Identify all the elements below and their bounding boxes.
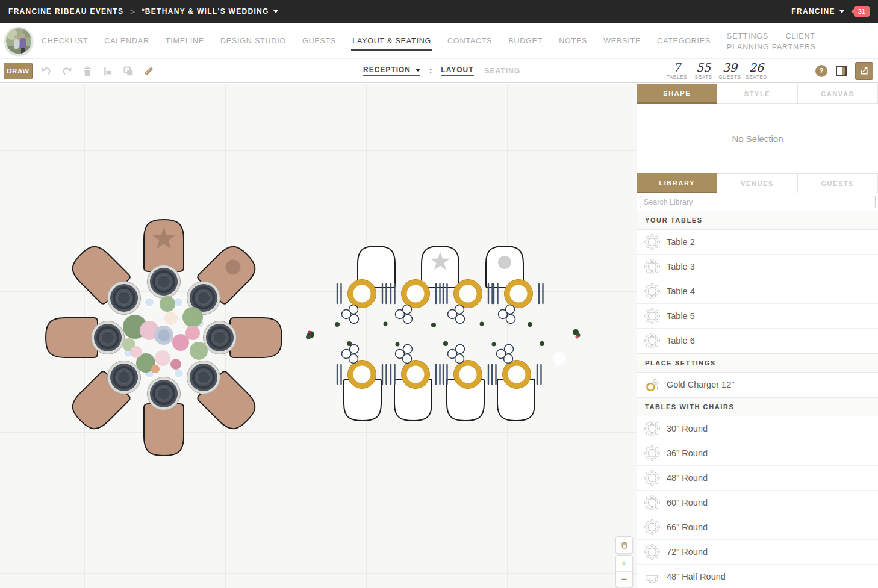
stat-seats: 55 SEATS — [690, 61, 717, 80]
stat-tables-label: TABLES — [664, 74, 690, 80]
library-item-table-6[interactable]: Table 6 — [637, 329, 878, 353]
tab-style[interactable]: STYLE — [717, 84, 797, 104]
stat-seated: 26 SEATED — [743, 61, 770, 80]
library-item-66-round[interactable]: 66" Round — [637, 515, 878, 540]
round-table-icon — [644, 470, 660, 486]
tab-shape[interactable]: SHAPE — [637, 84, 717, 104]
measure-button[interactable] — [142, 64, 155, 78]
tab-layout[interactable]: LAYOUT — [441, 66, 473, 76]
export-button[interactable] — [855, 62, 873, 80]
stat-seats-label: SEATS — [690, 74, 717, 80]
gold-charger-icon — [644, 377, 660, 392]
library-item-label: Table 6 — [667, 336, 695, 345]
panel-toggle-button[interactable] — [836, 66, 847, 76]
nav-item-layout-seating[interactable]: LAYOUT & SEATING — [352, 37, 431, 45]
round-table-icon — [644, 495, 660, 510]
round-table-icon — [644, 445, 660, 461]
copy-icon — [122, 65, 134, 77]
user-name: FRANCINE — [791, 7, 835, 16]
round-table-icon — [644, 333, 660, 348]
round-table-icon — [644, 259, 660, 274]
event-selector[interactable]: RECEPTION — [363, 66, 420, 76]
library-item-72-round[interactable]: 72" Round — [637, 540, 878, 565]
nav-item-calendar[interactable]: CALENDAR — [104, 37, 149, 45]
library-item-label: Table 2 — [667, 237, 695, 247]
floorplan-canvas[interactable]: + − — [0, 84, 637, 588]
library-item-table-5[interactable]: Table 5 — [637, 304, 878, 329]
library-item-label: Gold Charger 12" — [667, 380, 734, 389]
nav-item-categories[interactable]: CATEGORIES — [657, 37, 711, 45]
redo-button[interactable] — [60, 64, 73, 78]
undo-icon — [40, 65, 52, 77]
library-item-table-4[interactable]: Table 4 — [637, 279, 878, 304]
library-item-48-half-round[interactable]: 48" Half Round — [637, 565, 878, 588]
section-header-your-tables: YOUR TABLES — [637, 211, 878, 230]
delete-button[interactable] — [81, 64, 94, 78]
stat-seated-value: 26 — [743, 61, 770, 73]
nav-item-checklist[interactable]: CHECKLIST — [42, 37, 88, 45]
library-item-label: Table 3 — [667, 262, 695, 271]
library-item-label: 36" Round — [667, 448, 708, 458]
banquet-table[interactable] — [306, 246, 581, 421]
round-table-icon — [644, 421, 660, 436]
pan-hand-icon — [620, 540, 629, 550]
tab-seating[interactable]: SEATING — [485, 67, 520, 75]
export-icon — [859, 66, 869, 76]
nav-item-planning-partners[interactable]: PLANNING PARTNERS — [727, 43, 816, 51]
round-table-icon — [644, 308, 660, 324]
duplicate-button[interactable] — [122, 64, 135, 78]
align-icon — [102, 65, 114, 77]
pan-tool-button[interactable] — [615, 536, 633, 554]
nav-item-website[interactable]: WEBSITE — [603, 37, 641, 45]
layout-toolbar: DRAW — [0, 59, 878, 83]
library-item-label: 60" Round — [667, 498, 708, 507]
tab-canvas[interactable]: CANVAS — [797, 84, 878, 104]
section-header-tables-with-chairs: TABLES WITH CHAIRS — [637, 397, 878, 416]
library-item-table-2[interactable]: Table 2 — [637, 230, 878, 255]
trash-icon — [81, 65, 93, 77]
project-selector[interactable]: *BETHANY & WILL'S WEDDING — [142, 7, 278, 16]
undo-button[interactable] — [40, 64, 53, 78]
round-table-icon — [644, 283, 660, 299]
tab-guests[interactable]: GUESTS — [797, 173, 878, 193]
draw-button[interactable]: DRAW — [4, 63, 33, 79]
nav-item-client[interactable]: CLIENT — [785, 32, 815, 40]
tab-venues[interactable]: VENUES — [717, 173, 797, 193]
library-item-36-round[interactable]: 36" Round — [637, 441, 878, 466]
company-link[interactable]: FRANCINE RIBEAU EVENTS — [8, 7, 123, 16]
tab-library[interactable]: LIBRARY — [637, 173, 717, 193]
user-menu[interactable]: FRANCINE — [791, 7, 844, 16]
help-button[interactable]: ? — [815, 65, 827, 77]
event-name: RECEPTION — [363, 66, 411, 74]
breadcrumb-separator: > — [130, 7, 135, 16]
view-separator: : — [429, 66, 432, 75]
library-item-gold-charger[interactable]: Gold Charger 12" — [637, 373, 878, 397]
notification-badge[interactable]: 31 — [854, 6, 870, 17]
nav-item-budget[interactable]: BUDGET — [508, 37, 543, 45]
nav-item-guests[interactable]: GUESTS — [302, 37, 336, 45]
stat-tables: 7 TABLES — [664, 61, 690, 80]
avatar[interactable] — [5, 27, 33, 55]
library-item-48-round[interactable]: 48" Round — [637, 466, 878, 491]
nav-item-contacts[interactable]: CONTACTS — [447, 37, 492, 45]
library-search-input[interactable] — [640, 196, 876, 208]
avatar-photo — [6, 28, 33, 55]
section-header-place-settings: PLACE SETTINGS — [637, 353, 878, 373]
zoom-out-button[interactable]: − — [616, 571, 632, 587]
nav-item-design-studio[interactable]: DESIGN STUDIO — [220, 37, 286, 45]
library-item-label: 30" Round — [667, 424, 708, 433]
align-button[interactable] — [101, 64, 114, 78]
top-bar: FRANCINE RIBEAU EVENTS > *BETHANY & WILL… — [0, 0, 878, 23]
round-table[interactable] — [46, 220, 282, 456]
nav-item-settings[interactable]: SETTINGS — [727, 32, 768, 40]
library-item-table-3[interactable]: Table 3 — [637, 255, 878, 279]
round-table-icon — [644, 519, 660, 535]
nav-item-timeline[interactable]: TIMELINE — [166, 37, 204, 45]
zoom-in-button[interactable]: + — [616, 556, 632, 571]
library-item-60-round[interactable]: 60" Round — [637, 491, 878, 515]
library-item-30-round[interactable]: 30" Round — [637, 416, 878, 441]
nav-item-notes[interactable]: NOTES — [559, 37, 587, 45]
stat-seated-label: SEATED — [743, 74, 770, 80]
library-item-label: 66" Round — [667, 522, 708, 532]
guest-dot-marker — [226, 260, 241, 275]
